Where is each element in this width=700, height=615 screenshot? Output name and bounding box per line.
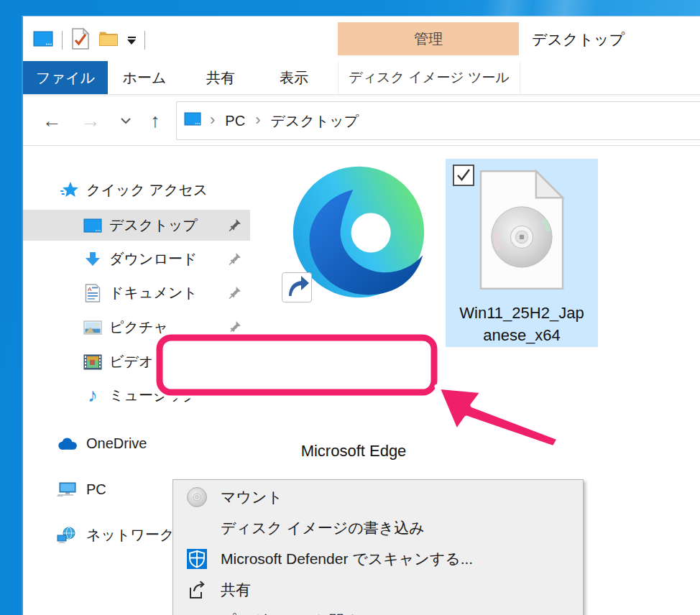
- disc-image-file-icon: [477, 169, 566, 294]
- new-folder-icon[interactable]: [98, 31, 119, 50]
- share-icon: [182, 574, 212, 605]
- file-win11-iso[interactable]: Win11_25H2_Jap anese_x64: [446, 159, 598, 347]
- sidebar-item-videos[interactable]: ビデオ: [23, 346, 250, 377]
- explorer-body: クイック アクセス デスクトップ ダウンロード: [23, 146, 700, 615]
- pin-icon[interactable]: [229, 320, 241, 337]
- document-icon: A: [82, 282, 103, 304]
- menu-item-open-with[interactable]: プログラムから開く(H)...: [173, 605, 583, 615]
- pin-icon[interactable]: [229, 252, 241, 269]
- file-microsoft-edge[interactable]: Microsoft Edge: [260, 160, 447, 469]
- address-bar[interactable]: › PC › デスクトップ: [176, 101, 700, 140]
- context-menu: マウント ディスク イメージの書き込み Microsoft Defender で…: [172, 479, 584, 615]
- menu-item-burn-disc-image[interactable]: ディスク イメージの書き込み: [173, 512, 583, 543]
- pictures-icon: [82, 317, 103, 338]
- explorer-window: 管理 デスクトップ ファイル ホーム 共有 表示 ディスク イメージ ツール ←…: [22, 16, 700, 615]
- tab-share[interactable]: 共有: [188, 61, 254, 94]
- breadcrumb-pc[interactable]: PC: [224, 113, 247, 129]
- forward-button[interactable]: →: [75, 96, 106, 145]
- desktop-icon: [82, 215, 103, 236]
- sidebar-item-desktop[interactable]: デスクトップ: [23, 210, 250, 241]
- tab-file[interactable]: ファイル: [23, 61, 108, 94]
- breadcrumb-separator: ›: [251, 111, 264, 131]
- toolbar-separator: [144, 31, 145, 50]
- tab-view[interactable]: 表示: [261, 61, 327, 94]
- music-icon: [82, 385, 103, 407]
- sidebar-item-music[interactable]: ミュージック: [23, 380, 250, 411]
- svg-text:A: A: [88, 285, 92, 292]
- toolbar-separator: [62, 31, 63, 50]
- contextual-tab-header: 管理: [338, 22, 519, 55]
- sidebar-item-downloads[interactable]: ダウンロード: [23, 244, 250, 274]
- download-icon: [82, 249, 103, 270]
- pin-icon[interactable]: [229, 218, 241, 235]
- up-button[interactable]: ↑: [139, 96, 171, 145]
- window-title: デスクトップ: [532, 29, 625, 50]
- back-button[interactable]: ←: [36, 96, 68, 145]
- sidebar-item-quick-access[interactable]: クイック アクセス: [23, 175, 250, 205]
- shortcut-arrow-icon: [282, 272, 312, 302]
- tab-home[interactable]: ホーム: [111, 61, 178, 94]
- video-icon: [82, 351, 103, 373]
- breadcrumb-desktop[interactable]: デスクトップ: [269, 111, 360, 131]
- breadcrumb-desktop-icon[interactable]: [184, 112, 201, 129]
- sidebar-item-pictures[interactable]: ピクチャ: [23, 312, 250, 343]
- menu-item-scan-with-defender[interactable]: Microsoft Defender でスキャンする...: [173, 543, 583, 574]
- customize-toolbar-caret-icon[interactable]: [127, 37, 136, 45]
- pc-icon: [56, 479, 78, 501]
- quick-access-toolbar: [33, 28, 145, 52]
- network-icon: [56, 524, 78, 546]
- file-label: Microsoft Edge: [260, 442, 447, 461]
- address-row: ← → ↑ › PC › デスクトップ: [23, 96, 700, 146]
- onedrive-icon: [56, 433, 78, 455]
- selection-checkbox[interactable]: [453, 165, 474, 186]
- window-desktop-icon[interactable]: [33, 31, 53, 50]
- ribbon-tab-row: ファイル ホーム 共有 表示 ディスク イメージ ツール: [23, 61, 700, 95]
- disc-icon: [182, 481, 212, 512]
- sidebar-item-onedrive[interactable]: OneDrive: [23, 428, 250, 459]
- quick-access-star-icon: [59, 180, 80, 201]
- breadcrumb-separator: ›: [206, 111, 219, 131]
- tab-disc-image-tools[interactable]: ディスク イメージ ツール: [338, 61, 520, 94]
- desktop-background: 管理 デスクトップ ファイル ホーム 共有 表示 ディスク イメージ ツール ←…: [0, 0, 700, 615]
- recent-locations-chevron-icon[interactable]: [115, 96, 137, 145]
- menu-item-mount[interactable]: マウント: [173, 481, 583, 512]
- menu-item-share[interactable]: 共有: [173, 574, 583, 605]
- sidebar-item-documents[interactable]: A ドキュメント: [23, 277, 250, 308]
- title-bar: 管理 デスクトップ: [23, 17, 700, 61]
- properties-check-document-icon[interactable]: [71, 28, 90, 52]
- pin-icon[interactable]: [229, 286, 241, 302]
- file-label: Win11_25H2_Jap anese_x64: [446, 302, 598, 346]
- defender-shield-icon: [182, 543, 212, 574]
